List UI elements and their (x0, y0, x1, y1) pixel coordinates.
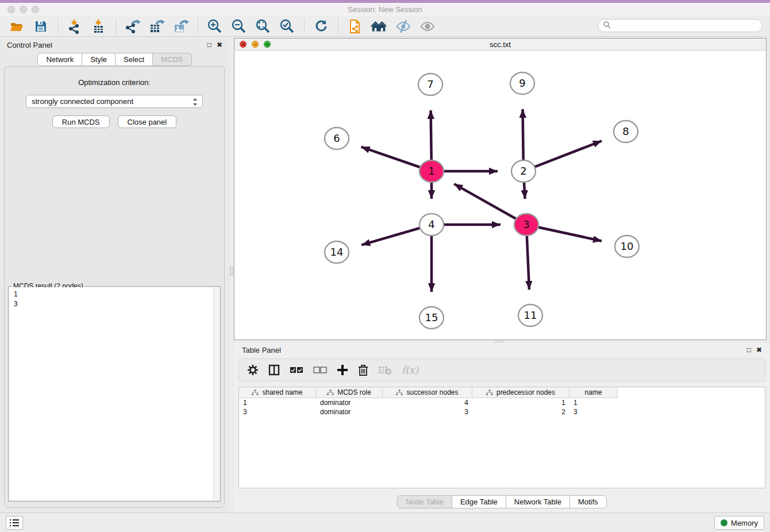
main-area: Control Panel □ ✖ NetworkStyleSelectMCDS… (0, 37, 770, 512)
result-line: 1 (14, 290, 220, 299)
status-bar: Memory (0, 512, 770, 532)
table-cell: 4 (383, 398, 472, 407)
float-panel-icon[interactable]: □ (207, 41, 211, 48)
table-tab-node-table[interactable]: Node Table (397, 495, 452, 508)
delete-column-trash-icon[interactable] (358, 364, 368, 376)
svg-text:6: 6 (333, 132, 340, 144)
graph-node-10[interactable]: 10 (615, 236, 639, 257)
table-row[interactable]: 1dominator411 (239, 398, 765, 407)
delete-table-icon[interactable] (378, 365, 392, 375)
network-window: scc.txt 7968124314101511 (234, 38, 767, 340)
graph-node-2[interactable]: 2 (511, 160, 536, 182)
column-header-label: predecessor nodes (496, 388, 555, 396)
add-column-icon[interactable] (337, 364, 348, 376)
column-header-name[interactable]: name (569, 387, 618, 398)
svg-text:2: 2 (520, 165, 526, 177)
table-toolbar: f(x) (238, 358, 765, 381)
graph-node-1[interactable]: 1 (419, 160, 444, 182)
tab-style[interactable]: Style (82, 53, 116, 66)
import-table-icon[interactable] (90, 18, 107, 34)
graph-node-14[interactable]: 14 (325, 241, 349, 263)
tab-mcds[interactable]: MCDS (153, 53, 191, 66)
zoom-selected-icon[interactable] (279, 18, 296, 34)
table-cell: 3 (569, 407, 618, 417)
column-header-label: successor nodes (406, 388, 458, 396)
graph-node-4[interactable]: 4 (419, 214, 444, 236)
result-line: 3 (14, 299, 220, 309)
refresh-icon[interactable] (313, 18, 330, 34)
svg-text:11: 11 (524, 309, 537, 321)
export-network-icon[interactable] (124, 18, 141, 34)
titlebar: Session: New Session (0, 3, 770, 16)
graph-node-9[interactable]: 9 (510, 72, 534, 94)
table-cell: dominator (316, 398, 383, 407)
graph-node-11[interactable]: 11 (518, 304, 542, 326)
table-tab-network-table[interactable]: Network Table (506, 495, 570, 508)
optimization-criterion-label: Optimization criterion: (5, 78, 224, 87)
table-cell: 1 (569, 398, 618, 407)
column-header-label: MCDS role (337, 388, 371, 396)
svg-text:1: 1 (428, 165, 434, 177)
svg-text:7: 7 (427, 78, 433, 90)
mcds-result-text[interactable]: 13 (9, 287, 220, 500)
column-header-successor-nodes[interactable]: successor nodes (383, 387, 472, 398)
zoom-in-icon[interactable] (206, 18, 224, 34)
tab-network[interactable]: Network (37, 53, 82, 66)
zoom-fit-icon[interactable] (255, 18, 272, 34)
hide-selected-icon[interactable] (395, 18, 412, 34)
memory-status-icon (721, 519, 727, 526)
column-header-predecessor-nodes[interactable]: predecessor nodes (472, 387, 569, 398)
graph-node-6[interactable]: 6 (325, 128, 349, 149)
result-scrollbar[interactable] (213, 287, 220, 500)
show-columns-icon[interactable] (268, 364, 280, 376)
graph-node-8[interactable]: 8 (614, 121, 638, 142)
node-table: shared nameMCDS rolesuccessor nodesprede… (238, 387, 765, 488)
memory-button[interactable]: Memory (714, 516, 764, 530)
graph-node-15[interactable]: 15 (419, 307, 444, 329)
run-mcds-button[interactable]: Run MCDS (52, 115, 110, 128)
table-float-icon[interactable]: □ (747, 346, 751, 353)
close-panel-button[interactable]: Close panel (118, 115, 177, 128)
first-neighbors-icon[interactable] (371, 18, 388, 34)
graph-node-3[interactable]: 3 (514, 214, 538, 236)
table-cell: 3 (383, 407, 472, 417)
table-panel-title: Table Panel (242, 346, 747, 354)
workspace: scc.txt 7968124314101511 Table Panel □ ✖ (234, 37, 770, 512)
deselect-all-icon[interactable] (313, 366, 327, 374)
close-panel-icon[interactable]: ✖ (217, 41, 222, 48)
export-image-icon[interactable] (172, 18, 190, 34)
table-close-icon[interactable]: ✖ (756, 346, 762, 353)
search-input[interactable] (611, 20, 762, 32)
search-icon (603, 21, 611, 31)
svg-text:15: 15 (425, 311, 438, 323)
zoom-out-icon[interactable] (230, 18, 248, 34)
control-panel: Control Panel □ ✖ NetworkStyleSelectMCDS… (0, 37, 229, 512)
svg-text:3: 3 (523, 218, 529, 230)
table-settings-gear-icon[interactable] (247, 364, 259, 376)
task-history-button[interactable] (6, 516, 23, 530)
svg-text:8: 8 (622, 125, 629, 137)
import-network-icon[interactable] (66, 18, 83, 34)
open-file-icon[interactable] (8, 18, 25, 34)
select-stepper-icon (192, 97, 198, 109)
select-all-icon[interactable] (290, 366, 303, 374)
criterion-select[interactable]: strongly connected component (26, 95, 203, 108)
column-header-MCDS-role[interactable]: MCDS role (316, 387, 383, 398)
tab-select[interactable]: Select (116, 53, 153, 66)
column-header-shared-name[interactable]: shared name (239, 387, 316, 398)
divider-handle[interactable] (230, 267, 233, 276)
function-builder-icon[interactable]: f(x) (402, 364, 418, 376)
save-session-icon[interactable] (32, 18, 49, 34)
new-network-from-selection-icon[interactable] (346, 18, 364, 34)
network-title: scc.txt (234, 40, 766, 49)
graph-node-7[interactable]: 7 (418, 74, 442, 95)
application-window: Session: New Session (0, 0, 770, 532)
table-tab-motifs[interactable]: Motifs (570, 495, 607, 508)
panel-divider[interactable] (229, 37, 234, 512)
table-row[interactable]: 3dominator323 (239, 407, 765, 417)
table-cell: 3 (239, 407, 316, 417)
export-table-icon[interactable] (148, 18, 165, 34)
table-tab-edge-table[interactable]: Edge Table (452, 495, 506, 508)
network-canvas[interactable]: 7968124314101511 (234, 51, 766, 340)
show-all-icon[interactable] (419, 18, 436, 34)
